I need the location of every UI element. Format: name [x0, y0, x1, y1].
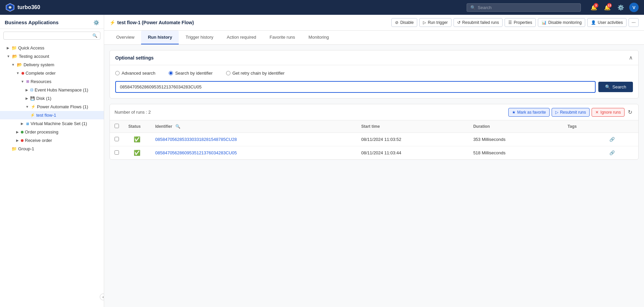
status-dot-red [22, 72, 24, 75]
row-2-checkbox[interactable] [115, 150, 119, 155]
results-actions: ★ Mark as favorite ▷ Resubmit runs ✕ Ign… [508, 108, 634, 117]
select-all-checkbox[interactable] [115, 124, 119, 128]
identifier-search-icon[interactable]: 🔍 [175, 124, 180, 129]
radio-retry-chain[interactable]: Get retry chain by identifier [226, 71, 285, 76]
sidebar-search[interactable]: 🔍 [3, 32, 100, 40]
header-actions: ⊘ Disable ▷ Run trigger ↺ Resubmit faile… [391, 18, 639, 27]
user-avatar[interactable]: V [629, 3, 639, 12]
tab-overview[interactable]: Overview [110, 31, 141, 44]
ignore-runs-btn[interactable]: ✕ Ignore runs [592, 108, 625, 117]
mark-favorite-label: Mark as favorite [517, 110, 546, 115]
row-2-link: 🔗 [605, 146, 638, 160]
app-logo[interactable]: turbo360 [5, 3, 40, 12]
resubmit-label: Resubmit failed runs [462, 20, 499, 25]
success-icon: ✅ [134, 150, 140, 156]
sidebar-item-resources[interactable]: ▼ ⊞ Resources [0, 77, 104, 86]
tab-trigger-history[interactable]: Trigger history [179, 31, 220, 44]
run-trigger-btn[interactable]: ▷ Run trigger [419, 18, 451, 27]
folder-icon: 📂 [17, 62, 22, 67]
mark-favorite-btn[interactable]: ★ Mark as favorite [508, 108, 550, 117]
sidebar-item-power-automate-flows[interactable]: ▼ ⚡ Power Automate Flows (1) [0, 103, 104, 111]
tab-run-history[interactable]: Run history [141, 31, 179, 44]
resubmit-failed-btn[interactable]: ↺ Resubmit failed runs [454, 18, 503, 27]
radio-advanced-input[interactable] [115, 71, 120, 75]
radio-search-by-identifier[interactable]: Search by identifier [169, 71, 212, 76]
content-body: Optional settings ∧ Advanced search Sear… [104, 45, 644, 307]
results-panel: Number of runs : 2 ★ Mark as favorite ▷ … [110, 104, 639, 160]
flow-icon: ⚡ [30, 113, 35, 117]
search-btn-label: Search [612, 84, 626, 89]
app-name: turbo360 [17, 4, 40, 10]
notification-badge-2: 13 [607, 3, 612, 8]
user-activities-icon: 👤 [591, 20, 596, 25]
sidebar-item-delivery-system[interactable]: ▼ 📂 Delivery system [0, 61, 104, 69]
chevron-right-icon: ▶ [21, 122, 24, 125]
sidebar-header: Business Applications ⚙️ [0, 15, 104, 29]
settings-btn[interactable]: ⚙️ [616, 2, 626, 12]
row-2-identifier: 08584705628609535121376034283CU05 [151, 146, 356, 160]
link-icon[interactable]: 🔗 [609, 150, 615, 155]
chevron-left-icon: ‹ [102, 295, 103, 299]
row-2-identifier-link[interactable]: 08584705628609535121376034283CU05 [155, 150, 237, 155]
chevron-right-icon: ▶ [26, 88, 28, 92]
top-navigation: turbo360 🔍 🔔 3 🔔 13 ⚙️ V [0, 0, 644, 15]
refresh-btn[interactable]: ↻ [627, 108, 634, 117]
tab-favorite-runs[interactable]: Favorite runs [263, 31, 302, 44]
radio-advanced-search[interactable]: Advanced search [115, 71, 155, 76]
sidebar-item-vm-scale-set[interactable]: ▶ 🖥 Virtual Machine Scale Set (1) [0, 119, 104, 128]
properties-btn[interactable]: ☰ Properties [505, 18, 536, 27]
run-trigger-icon: ▷ [423, 20, 426, 25]
settings-panel-header[interactable]: Optional settings ∧ [110, 50, 638, 65]
row-1-tags [563, 133, 605, 146]
global-search-input[interactable] [478, 5, 577, 10]
optional-settings-panel: Optional settings ∧ Advanced search Sear… [110, 50, 639, 99]
sidebar-item-order-processing[interactable]: ▶ Order processing [0, 128, 104, 136]
link-icon[interactable]: 🔗 [609, 137, 615, 142]
sidebar-item-quick-access[interactable]: ▶ 📁 Quick Access [0, 44, 104, 52]
settings-panel-body: Advanced search Search by identifier Get… [110, 65, 638, 98]
topnav-icons: 🔔 3 🔔 13 ⚙️ V [589, 2, 639, 12]
global-search-bar[interactable]: 🔍 [467, 3, 581, 12]
row-1-identifier-link[interactable]: 08584705628533303318281548785CU28 [155, 137, 237, 142]
radio-retry-input[interactable] [226, 71, 230, 75]
tab-monitoring[interactable]: Monitoring [302, 31, 336, 44]
sidebar-item-complete-order[interactable]: ▼ Complete order [0, 69, 104, 77]
status-dot-red [21, 139, 24, 142]
disable-monitoring-btn[interactable]: 📊 Disable monitoring [538, 18, 585, 27]
sidebar-item-event-hubs[interactable]: ▶ ⊡ Event Hubs Namespace (1) [0, 86, 104, 94]
more-btn[interactable]: ⋯ [629, 18, 639, 27]
col-header-start-time: Start time [356, 120, 468, 133]
sidebar-settings-icon[interactable]: ⚙️ [93, 20, 99, 25]
disable-btn[interactable]: ⊘ Disable [391, 18, 417, 27]
sidebar-item-receive-order[interactable]: ▶ Receive order [0, 136, 104, 145]
sidebar-item-group-1[interactable]: 📁 Group-1 [0, 145, 104, 153]
sidebar-item-label: Order processing [25, 129, 58, 135]
radio-identifier-input[interactable] [169, 71, 173, 75]
sidebar-collapse-btn[interactable]: ‹ [100, 294, 104, 300]
sidebar-item-test-flow-1[interactable]: ⚡ test flow-1 [0, 111, 104, 119]
user-activities-btn[interactable]: 👤 User activities [587, 18, 627, 27]
sidebar-item-label: Virtual Machine Scale Set (1) [31, 121, 87, 126]
notifications-btn-2[interactable]: 🔔 13 [602, 2, 612, 12]
resubmit-runs-btn[interactable]: ▷ Resubmit runs [552, 108, 590, 117]
tab-action-required[interactable]: Action required [220, 31, 263, 44]
folder-icon: 📁 [11, 45, 17, 50]
sidebar-item-disk[interactable]: ▶ 💾 Disk (1) [0, 94, 104, 103]
search-btn[interactable]: 🔍 Search [598, 82, 633, 92]
row-1-duration: 353 Milliseconds [469, 133, 563, 146]
refresh-icon: ↻ [628, 109, 632, 115]
sidebar-search-input[interactable] [6, 33, 90, 38]
gear-icon: ⚙️ [617, 4, 624, 11]
notifications-btn-1[interactable]: 🔔 3 [589, 2, 599, 12]
sidebar-title: Business Applications [5, 20, 58, 25]
row-2-tags [563, 146, 605, 160]
search-type-radio-group: Advanced search Search by identifier Get… [115, 71, 633, 76]
event-hub-icon: ⊡ [30, 88, 33, 92]
sidebar-item-testing-account[interactable]: ▼ 📂 Testing account [0, 52, 104, 61]
row-1-checkbox[interactable] [115, 137, 119, 141]
identifier-input[interactable] [115, 81, 596, 93]
resources-icon: ⊞ [26, 79, 29, 84]
resubmit-icon: ▷ [555, 110, 558, 115]
sidebar-item-label: Delivery system [24, 62, 54, 67]
run-count: Number of runs : 2 [115, 110, 151, 115]
